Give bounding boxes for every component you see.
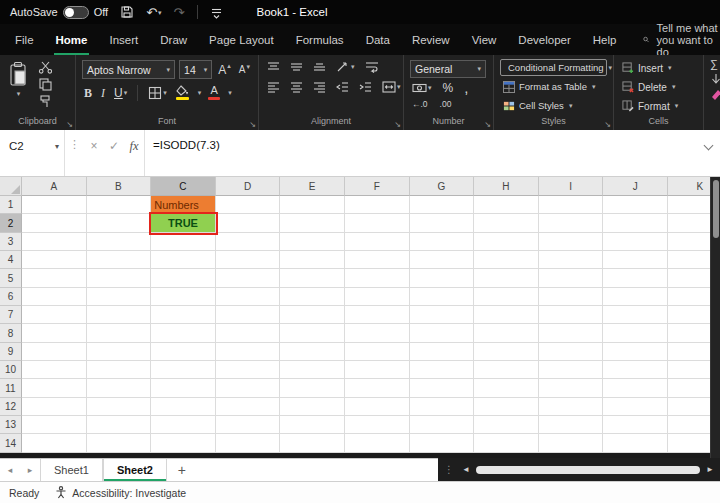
quick-access-customize-button[interactable] [210,6,223,19]
cell-G12[interactable] [410,398,475,416]
align-middle-button[interactable] [288,60,305,74]
cell-B2[interactable] [87,214,152,232]
cell-B14[interactable] [87,434,152,452]
decrease-indent-button[interactable] [334,80,351,94]
cell-C2[interactable]: TRUE [151,214,216,232]
cell-E11[interactable] [280,379,345,397]
cell-A12[interactable] [22,398,87,416]
ribbon-tab-developer[interactable]: Developer [507,24,581,55]
cell-C4[interactable] [151,251,216,269]
cell-F12[interactable] [345,398,410,416]
cell-H14[interactable] [474,434,539,452]
previous-sheet-button[interactable]: ◂ [0,459,20,481]
ribbon-tab-view[interactable]: View [461,24,508,55]
cell-A5[interactable] [22,269,87,287]
new-sheet-button[interactable]: + [167,459,197,481]
save-button[interactable] [120,5,134,19]
cell-B7[interactable] [87,306,152,324]
accounting-format-button[interactable]: ▾ [410,82,434,94]
row-header-4[interactable]: 4 [0,251,22,269]
cell-C8[interactable] [151,324,216,342]
ribbon-tab-formulas[interactable]: Formulas [285,24,355,55]
cell-J4[interactable] [603,251,668,269]
cell-E14[interactable] [280,434,345,452]
cell-F8[interactable] [345,324,410,342]
cell-J10[interactable] [603,361,668,379]
cell-A10[interactable] [22,361,87,379]
ribbon-tab-insert[interactable]: Insert [98,24,149,55]
cell-G8[interactable] [410,324,475,342]
insert-function-button[interactable]: fx [124,136,144,156]
row-header-10[interactable]: 10 [0,361,22,379]
cell-J12[interactable] [603,398,668,416]
cell-C14[interactable] [151,434,216,452]
cell-H9[interactable] [474,343,539,361]
row-header-1[interactable]: 1 [0,196,22,214]
underline-button[interactable]: U▾ [112,86,129,100]
cell-D10[interactable] [216,361,281,379]
cell-E3[interactable] [280,233,345,251]
cell-C7[interactable] [151,306,216,324]
cell-D7[interactable] [216,306,281,324]
ribbon-tab-page-layout[interactable]: Page Layout [198,24,285,55]
cut-button[interactable] [36,60,54,75]
clear-icon[interactable] [710,88,720,100]
cell-E6[interactable] [280,288,345,306]
cell-D2[interactable] [216,214,281,232]
cell-A3[interactable] [22,233,87,251]
cell-G10[interactable] [410,361,475,379]
font-dialog-launcher[interactable]: ↘ [249,120,256,129]
autosave-switch-icon[interactable] [63,6,89,19]
cell-J13[interactable] [603,416,668,434]
undo-button[interactable]: ↶ ▾ [146,6,161,19]
cell-I13[interactable] [539,416,604,434]
select-all-corner[interactable] [0,177,22,196]
cell-I12[interactable] [539,398,604,416]
delete-cells-button[interactable]: Delete ▾ [620,78,697,96]
copy-button[interactable] [36,77,54,92]
column-header-D[interactable]: D [216,177,281,196]
cell-F3[interactable] [345,233,410,251]
cell-D5[interactable] [216,269,281,287]
cell-E7[interactable] [280,306,345,324]
accounting-caret-icon[interactable]: ▾ [428,84,432,92]
cell-E9[interactable] [280,343,345,361]
cell-C3[interactable] [151,233,216,251]
row-header-13[interactable]: 13 [0,416,22,434]
cell-E8[interactable] [280,324,345,342]
cell-F6[interactable] [345,288,410,306]
cell-J6[interactable] [603,288,668,306]
cell-G4[interactable] [410,251,475,269]
cell-B9[interactable] [87,343,152,361]
row-header-2[interactable]: 2 [0,214,22,232]
name-box-resizer[interactable]: ⋮ [65,136,84,153]
vertical-scroll-thumb[interactable] [713,180,719,238]
paste-caret-icon[interactable]: ▾ [17,90,21,98]
align-top-button[interactable] [265,60,282,74]
font-size-combo[interactable]: 14 ▾ [179,60,212,79]
tab-splitter-handle[interactable]: ⋮ [444,464,454,475]
cell-E12[interactable] [280,398,345,416]
cell-C10[interactable] [151,361,216,379]
cell-I2[interactable] [539,214,604,232]
cell-E5[interactable] [280,269,345,287]
cell-F9[interactable] [345,343,410,361]
cell-F4[interactable] [345,251,410,269]
align-right-button[interactable] [311,80,328,94]
decrease-decimal-button[interactable]: .00 [438,98,454,110]
comma-style-button[interactable]: , [462,84,470,92]
cell-D8[interactable] [216,324,281,342]
conditional-formatting-button[interactable]: Conditional Formatting ▾ [500,59,607,76]
cell-B13[interactable] [87,416,152,434]
cell-C5[interactable] [151,269,216,287]
cell-F13[interactable] [345,416,410,434]
sheet-tab-sheet2[interactable]: Sheet2 [103,459,167,481]
redo-button[interactable]: ↷ [174,6,185,19]
name-box[interactable]: C2 ▾ [0,136,64,156]
column-header-G[interactable]: G [410,177,475,196]
cell-H1[interactable] [474,196,539,214]
cell-H10[interactable] [474,361,539,379]
cell-I10[interactable] [539,361,604,379]
cell-A1[interactable] [22,196,87,214]
cell-B1[interactable] [87,196,152,214]
